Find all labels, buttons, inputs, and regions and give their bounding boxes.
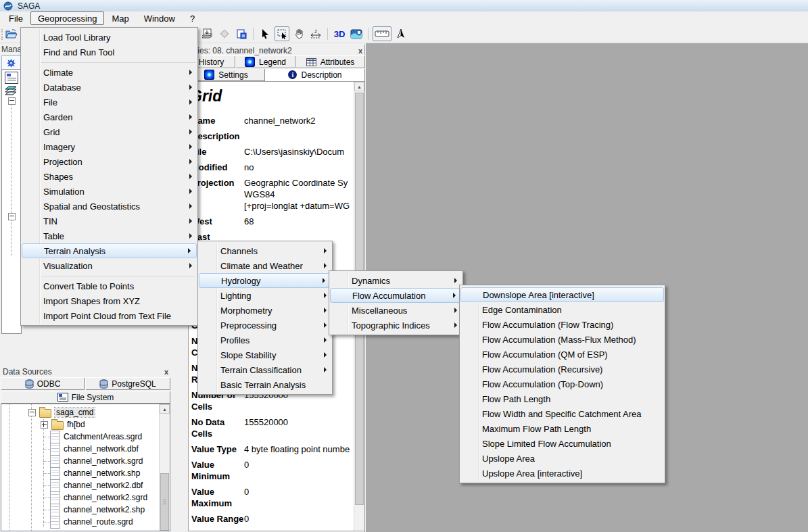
menu-item[interactable]: Table [21, 228, 197, 243]
pointer-button[interactable] [258, 26, 272, 41]
database-icon [99, 379, 108, 389]
expander-icon[interactable] [28, 409, 36, 416]
expander-icon[interactable] [8, 97, 16, 105]
tab-description[interactable]: i Description [265, 68, 365, 81]
menu-item[interactable]: Flow Accumulation (Recursive) [460, 362, 665, 377]
menu-item[interactable]: Database [21, 80, 197, 95]
menu-item[interactable]: Flow Accumulation (Flow Tracing) [460, 317, 665, 332]
menu-geoprocessing[interactable]: Geoprocessing [30, 11, 104, 25]
menu-item[interactable]: Import Point Cloud from Text File [21, 308, 197, 323]
scroll-up-icon[interactable]: ▲ [160, 404, 170, 414]
expander-icon[interactable] [8, 213, 16, 220]
tab-postgresql[interactable]: PostgreSQL [85, 377, 170, 390]
pan-button[interactable] [291, 26, 306, 41]
menu-item[interactable]: Hydrology [199, 273, 331, 288]
menu-item[interactable]: Flow Path Length [460, 391, 665, 406]
menu-item[interactable]: Projection [21, 154, 197, 169]
menu-help[interactable]: ? [183, 11, 202, 25]
expander-icon[interactable] [41, 421, 48, 429]
menu-item[interactable]: Find and Run Tool [21, 45, 197, 59]
tree-scrollbar[interactable]: ▲ [159, 404, 170, 531]
menu-item[interactable]: File [21, 95, 197, 110]
close-icon[interactable]: x [358, 47, 362, 54]
north-arrow-button[interactable] [394, 26, 408, 41]
tree-item[interactable]: channel_network2.dbf [1, 479, 170, 491]
export-grids-button[interactable] [200, 26, 215, 41]
menu-item[interactable]: Flow Accumulation (QM of ESP) [460, 347, 665, 362]
tree-item[interactable]: channel_route.sgrd [1, 516, 170, 528]
menu-item[interactable]: Flow Accumulation (Top-Down) [460, 377, 665, 391]
tree-item[interactable]: CatchmentAreas.sgrd [1, 431, 170, 443]
tree-item[interactable]: fh[bd [1, 418, 170, 431]
menu-item[interactable]: Profiles [198, 333, 332, 347]
menu-item[interactable]: Upslope Area [460, 451, 665, 466]
menu-item[interactable]: Downslope Area [interactive] [460, 287, 664, 302]
tab-settings[interactable]: Settings [187, 68, 265, 81]
menu-item[interactable]: Topographic Indices [329, 318, 462, 333]
tree-item[interactable]: channel_network2.shp [1, 504, 170, 516]
tab-odbc[interactable]: ODBC [1, 377, 85, 390]
tree-item[interactable]: channel_network.dbf [1, 443, 170, 455]
menu-item[interactable]: Channels [198, 243, 332, 258]
menu-item[interactable]: Miscellaneous [329, 303, 462, 318]
menu-item[interactable]: Climate and Weather [198, 258, 332, 273]
file-system-tree: saga_cmd fh[bd CatchmentAreas.sgrd [1, 404, 170, 531]
menu-file[interactable]: File [1, 11, 30, 25]
view-3d-button[interactable]: 3D [332, 26, 347, 41]
tab-legend[interactable]: Legend [235, 55, 295, 68]
menu-item[interactable]: Maximum Flow Path Length [460, 421, 665, 436]
menu-item[interactable]: Climate [21, 65, 197, 80]
menu-item[interactable]: Grid [21, 124, 197, 139]
menu-item[interactable]: Spatial and Geostatistics [21, 199, 197, 214]
menu-item[interactable]: Flow Accumulation (Mass-Flux Method) [460, 332, 665, 347]
menu-item[interactable]: Terrain Classification [198, 362, 332, 377]
zoom-select-button[interactable] [275, 26, 289, 41]
menu-separator [21, 273, 197, 279]
menu-item[interactable]: Terrain Analysis [22, 243, 197, 258]
menu-map[interactable]: Map [104, 11, 136, 25]
menu-item[interactable]: Slope Stability [198, 347, 332, 362]
menu-item[interactable]: Preprocessing [198, 318, 332, 333]
menu-item[interactable]: Garden [21, 110, 197, 124]
menu-item[interactable]: Shapes [21, 169, 197, 184]
title-bar[interactable]: SAGA [0, 0, 808, 11]
menu-window[interactable]: Window [137, 11, 183, 25]
menu-item[interactable]: Flow Width and Specific Catchment Area [460, 406, 665, 421]
tree-item[interactable]: channel_network.sgrd [1, 455, 170, 467]
tree-view-icon[interactable] [5, 72, 18, 84]
menu-item[interactable]: Load Tool Library [21, 30, 197, 45]
menu-item[interactable]: Convert Table to Points [21, 279, 197, 293]
menu-item[interactable]: Lighting [198, 288, 332, 303]
attributes-table-icon [306, 58, 316, 66]
menu-item[interactable]: TIN [21, 214, 197, 228]
measure-button[interactable]: 2 [308, 26, 323, 41]
tree-item[interactable]: channel_network2.sgrd [1, 491, 170, 504]
close-icon[interactable]: x [164, 368, 168, 375]
open-file-button[interactable] [4, 26, 19, 41]
menu-item[interactable]: Imagery [21, 139, 197, 154]
menu-item[interactable]: Flow Accumulation [330, 288, 462, 303]
ruler-button[interactable] [373, 26, 391, 41]
menu-item[interactable]: Edge Contamination [460, 302, 665, 317]
manager-tools-tab[interactable] [1, 55, 21, 70]
tab-file-system[interactable]: File System [1, 391, 170, 404]
menu-item[interactable]: Basic Terrain Analysis [198, 377, 332, 392]
menu-item[interactable]: Dynamics [329, 273, 462, 288]
menu-item[interactable]: Simulation [21, 184, 197, 199]
copy-to-clipboard-button[interactable] [234, 26, 249, 41]
scrollbar-thumb[interactable] [160, 473, 169, 531]
terrain-analysis-submenu: Channels Climate and Weather Hydrology L… [197, 241, 333, 395]
menu-item[interactable]: Slope Limited Flow Accumulation [460, 436, 665, 451]
menu-item[interactable]: Upslope Area [interactive] [460, 466, 665, 481]
menu-item[interactable]: Import Shapes from XYZ [21, 293, 197, 308]
map-image-button[interactable] [349, 26, 364, 41]
submenu-arrow-icon [189, 114, 192, 120]
menu-item[interactable]: Morphometry [198, 303, 332, 318]
menu-item[interactable]: Visualization [21, 258, 197, 273]
scroll-up-icon[interactable]: ▲ [354, 82, 364, 91]
tree-item[interactable]: channel_network.shp [1, 467, 170, 479]
tree-item[interactable]: saga_cmd [1, 406, 170, 418]
property-row: Value Maximum 0 [189, 486, 354, 509]
tab-attributes[interactable]: Attributes [295, 55, 365, 68]
apply-disabled-button[interactable] [217, 26, 232, 41]
